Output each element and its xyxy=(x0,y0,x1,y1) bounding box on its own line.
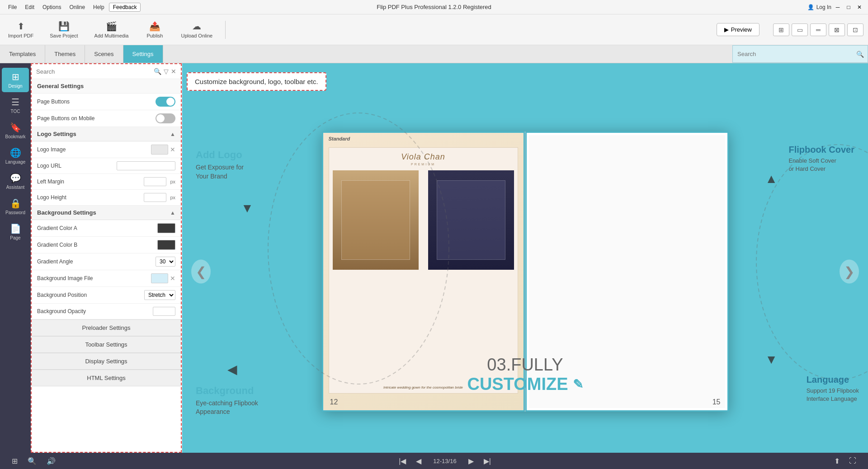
sidebar-item-bookmark[interactable]: 🔖 Bookmark xyxy=(2,118,29,143)
menu-file[interactable]: File xyxy=(5,3,20,12)
menu-online[interactable]: Online xyxy=(66,3,89,12)
page-prev-button[interactable]: ❮ xyxy=(191,260,211,284)
sidebar-item-toc[interactable]: ☰ TOC xyxy=(2,93,29,117)
language-overlay: Language Support 19 Flipbook Interface L… xyxy=(807,375,859,403)
page-buttons-mobile-row: Page Buttons on Mobile xyxy=(32,110,181,127)
gradient-a-row: Gradient Color A xyxy=(32,220,181,237)
general-settings-header: General Settings xyxy=(32,79,181,94)
page-num-15: 15 xyxy=(712,398,721,406)
bg-opacity-input[interactable]: 1 xyxy=(153,307,175,316)
bg-image-clear[interactable]: ✕ xyxy=(170,275,175,282)
left-margin-label: Left Margin xyxy=(37,178,140,185)
page-icon: 📄 xyxy=(10,223,21,234)
add-multimedia-button[interactable]: 🎬 Add Multimedia xyxy=(91,19,132,41)
customize-text: 03.FULLY CUSTOMIZE ✎ xyxy=(467,355,583,394)
logo-settings-header[interactable]: Logo Settings ▲ xyxy=(32,127,181,141)
view-btn-4[interactable]: ⊠ xyxy=(829,23,845,36)
bg-opacity-label: Background Opacity xyxy=(37,308,149,314)
logo-height-row: Logo Height 40 px xyxy=(32,190,181,206)
fullscreen-button[interactable]: ⛶ xyxy=(846,455,859,466)
maximize-button[interactable]: □ xyxy=(844,3,853,11)
import-pdf-button[interactable]: ⬆ Import PDF xyxy=(5,19,37,41)
sidebar-item-design[interactable]: ⊞ Design xyxy=(2,68,29,92)
gradient-angle-select[interactable]: 30 45 90 xyxy=(156,257,175,267)
import-pdf-icon: ⬆ xyxy=(17,21,25,32)
upload-online-button[interactable]: ☁ Upload Online xyxy=(177,19,216,41)
log-in-area[interactable]: 👤 Log In ─ □ ✕ xyxy=(807,3,863,11)
background-settings-header[interactable]: Background Settings ▲ xyxy=(32,206,181,220)
language-title: Language xyxy=(807,375,859,385)
add-logo-desc: Get Exposure for Your Brand xyxy=(196,163,244,181)
sidebar-item-password[interactable]: 🔒 Password xyxy=(2,194,29,219)
view-btn-2[interactable]: ▭ xyxy=(792,23,808,36)
tab-templates[interactable]: Templates xyxy=(0,45,45,63)
bottom-controls-center: |◀ ◀ 12-13/16 ▶ ▶| xyxy=(396,456,494,466)
grid-view-button[interactable]: ⊞ xyxy=(9,456,20,466)
prev-page-button[interactable]: ◀ xyxy=(413,456,424,466)
arrow-cover: ▲ xyxy=(765,172,778,186)
preloader-settings-btn[interactable]: Preloader Settings xyxy=(32,319,181,336)
search-input[interactable] xyxy=(733,48,853,60)
main-layout: ⊞ Design ☰ TOC 🔖 Bookmark 🌐 Language 💬 A… xyxy=(0,63,868,453)
zoom-out-button[interactable]: 🔍 xyxy=(25,456,39,466)
panel-search-input[interactable] xyxy=(36,68,151,75)
sidebar-item-assistant[interactable]: 💬 Assistant xyxy=(2,169,29,193)
tab-themes[interactable]: Themes xyxy=(45,45,85,63)
gradient-angle-label: Gradient Angle xyxy=(37,258,152,265)
panel-close-icon: ✕ xyxy=(171,68,176,75)
bg-position-select[interactable]: Stretch Tile Center xyxy=(144,290,175,300)
customize-line2: CUSTOMIZE ✎ xyxy=(467,375,583,394)
settings-panel: 🔍 ▽ ✕ General Settings Page Buttons Page… xyxy=(31,63,182,453)
tab-settings[interactable]: Settings xyxy=(123,45,163,63)
gradient-b-swatch[interactable] xyxy=(157,240,175,250)
toc-label: TOC xyxy=(11,109,20,114)
display-settings-btn[interactable]: Display Settings xyxy=(32,353,181,370)
view-btn-3[interactable]: ═ xyxy=(810,23,826,36)
publish-button[interactable]: 📤 Publish xyxy=(141,19,168,41)
minimize-button[interactable]: ─ xyxy=(834,3,842,11)
view-btn-5[interactable]: ⊡ xyxy=(847,23,863,36)
page-buttons-toggle[interactable] xyxy=(156,97,175,107)
close-button[interactable]: ✕ xyxy=(855,3,863,11)
gradient-b-label: Gradient Color B xyxy=(37,242,154,248)
upload-icon: ☁ xyxy=(192,21,201,32)
left-margin-input[interactable]: 0 xyxy=(144,177,166,186)
logo-height-input[interactable]: 40 xyxy=(144,193,166,202)
menu-edit[interactable]: Edit xyxy=(21,3,38,12)
html-settings-btn[interactable]: HTML Settings xyxy=(32,370,181,386)
gradient-a-swatch[interactable] xyxy=(157,223,175,233)
logo-url-input[interactable] xyxy=(117,161,175,170)
logo-url-row: Logo URL xyxy=(32,158,181,174)
last-page-button[interactable]: ▶| xyxy=(481,456,494,466)
search-icon[interactable]: 🔍 xyxy=(853,51,868,58)
preview-label: Preview xyxy=(731,26,752,33)
save-project-button[interactable]: 💾 Save Project xyxy=(46,19,81,41)
view-btn-1[interactable]: ⊞ xyxy=(773,23,789,36)
left-icon-bar: ⊞ Design ☰ TOC 🔖 Bookmark 🌐 Language 💬 A… xyxy=(0,63,31,453)
publish-label: Publish xyxy=(146,33,163,38)
tab-scenes[interactable]: Scenes xyxy=(85,45,123,63)
page-buttons-mobile-toggle[interactable] xyxy=(156,113,175,123)
log-in-label[interactable]: Log In xyxy=(816,4,831,10)
share-button[interactable]: ⬆ xyxy=(831,455,843,467)
customize-icon: ✎ xyxy=(573,377,583,392)
menu-options[interactable]: Options xyxy=(39,3,65,12)
logo-image-clear[interactable]: ✕ xyxy=(170,146,175,153)
title-bar-left: File Edit Options Online Help Feedback xyxy=(5,3,141,12)
sidebar-item-language[interactable]: 🌐 Language xyxy=(2,144,29,168)
sidebar-item-page[interactable]: 📄 Page xyxy=(2,220,29,244)
bg-position-label: Background Position xyxy=(37,292,141,298)
first-page-button[interactable]: |◀ xyxy=(396,456,409,466)
tooltip-box: Customize background, logo, toolbar etc. xyxy=(187,72,326,91)
volume-button[interactable]: 🔊 xyxy=(44,456,58,466)
import-pdf-label: Import PDF xyxy=(8,33,33,38)
page-next-button[interactable]: ❯ xyxy=(840,260,859,284)
toolbar-settings-btn[interactable]: Toolbar Settings xyxy=(32,336,181,353)
toggle-thumb xyxy=(166,98,175,106)
feedback-button[interactable]: Feedback xyxy=(109,3,141,12)
menu-help[interactable]: Help xyxy=(90,3,108,12)
preview-button[interactable]: ▶ Preview xyxy=(717,23,760,36)
next-page-button[interactable]: ▶ xyxy=(466,456,476,466)
language-desc: Support 19 Flipbook Interface Language xyxy=(807,387,859,403)
logo-url-label: Logo URL xyxy=(37,163,113,169)
